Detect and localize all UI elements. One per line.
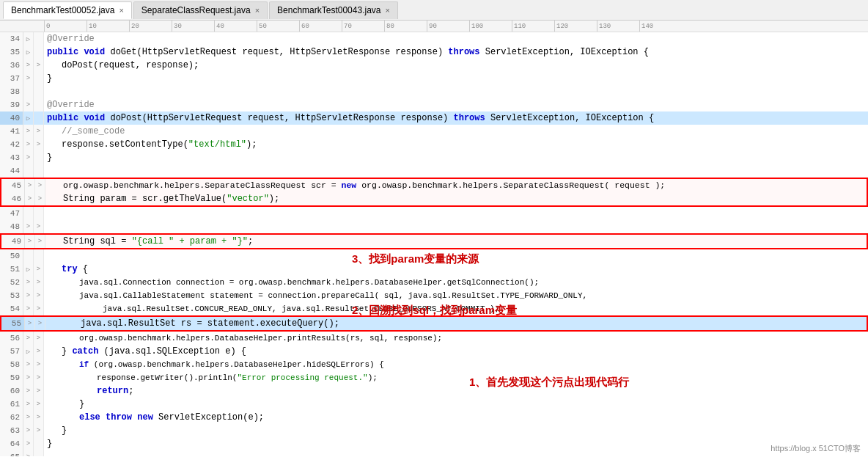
code-line-55: 55 > > java.sql.ResultSet rs = statement… [1,317,867,330]
code-line-60: 60 > > return; [0,384,868,398]
code-line-49-group: 49 > > String sql = "{call " + param + "… [0,233,868,249]
close-icon-52[interactable]: × [119,6,123,15]
code-line-56: 56 > > org.owasp.benchmark.helpers.Datab… [0,332,868,345]
status-bar: https://blog.x 51CTO博客 [770,443,861,454]
code-line-39: 39 > @Override [0,98,868,111]
tab-label-sep: SeparateClassRequest.java [141,5,251,15]
close-icon-43[interactable]: × [385,6,389,15]
code-line-36: 36 > > doPost(request, response); [0,59,868,72]
code-line-62: 62 > > else throw new ServletException(e… [0,411,868,424]
tab-benchmarktest52[interactable]: BenchmarkTest00052.java × [3,1,132,19]
code-line-41: 41 > > //_some_code [0,125,868,138]
code-line-53: 53 > > java.sql.CallableStatement statem… [0,289,868,302]
code-line-45: 45 > > org.owasp.benchmark.helpers.Separ… [1,179,867,192]
code-line-55-group: 55 > > java.sql.ResultSet rs = statement… [0,315,868,332]
code-line-61: 61 > > } [0,398,868,411]
callout-1: 1、首先发现这个污点出现代码行 [469,376,629,390]
tab-separateclassrequest[interactable]: SeparateClassRequest.java × [133,1,268,19]
code-area[interactable]: 34 ▷ @Override 35 ▷ public void doGet(Ht… [0,32,868,456]
code-line-59: 59 > > response.getWriter().println("Err… [0,371,868,384]
code-line-42: 42 > > response.setContentType("text/htm… [0,138,868,151]
code-line-52: 52 > > java.sql.Connection connection = … [0,276,868,289]
code-line-44: 44 [0,164,868,178]
code-line-58: 58 > > if (org.owasp.benchmark.helpers.D… [0,358,868,371]
code-line-64: 64 > } [0,437,868,450]
code-line-47: 47 [0,207,868,220]
code-line-43: 43 > } [0,151,868,164]
tab-benchmarktest43[interactable]: BenchmarkTest00043.java × [269,1,398,19]
code-line-38: 38 [0,85,868,98]
code-line-48: 48 > > [0,220,868,233]
tab-label-52: BenchmarkTest00052.java [11,5,114,15]
editor: 34 ▷ @Override 35 ▷ public void doGet(Ht… [0,32,868,456]
callout-2: 2、回溯找到sql，找到param变量 [352,304,517,318]
code-line-57: 57 ▷ > } catch (java.sql.SQLException e)… [0,345,868,358]
code-line-37: 37 > } [0,72,868,85]
code-line-49: 49 > > String sql = "{call " + param + "… [1,235,867,248]
code-lines-45-46-group: 45 > > org.owasp.benchmark.helpers.Separ… [0,178,868,207]
tab-bar: BenchmarkTest00052.java × SeparateClassR… [0,0,868,21]
code-line-35: 35 ▷ public void doGet(HttpServletReques… [0,45,868,59]
close-icon-sep[interactable]: × [255,6,260,15]
tab-label-43: BenchmarkTest00043.java [277,5,380,15]
code-line-65: 65 > [0,450,868,456]
code-line-40: 40 ▷ public void doPost(HttpServletReque… [0,111,868,125]
code-line-46: 46 > > String param = scr.getTheValue("v… [1,192,867,205]
code-line-63: 63 > > } [0,424,868,437]
ruler: 0 10 20 30 40 50 60 70 80 90 100 110 120… [0,21,868,32]
callout-3: 3、找到param变量的来源 [352,252,479,266]
code-line-34: 34 ▷ @Override [0,32,868,45]
